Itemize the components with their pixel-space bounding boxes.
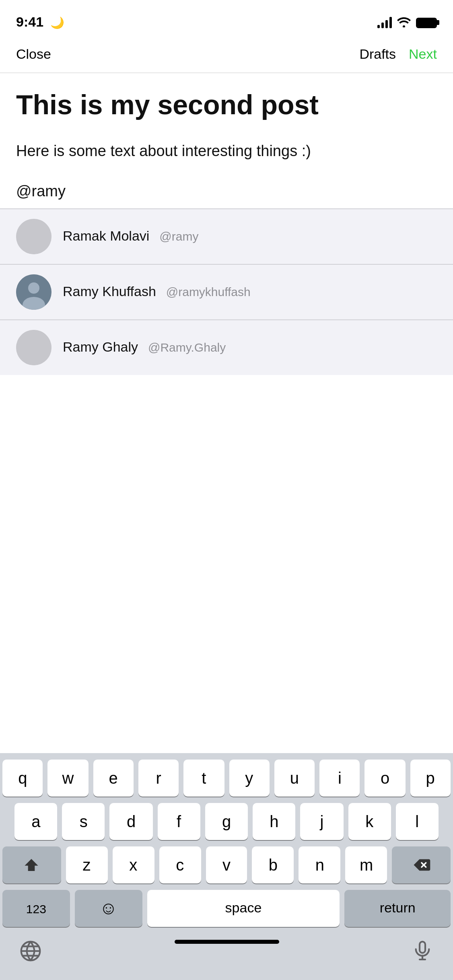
key-u[interactable]: u: [274, 760, 315, 797]
microphone-icon[interactable]: [411, 940, 434, 967]
key-l[interactable]: l: [396, 803, 439, 840]
avatar-photo: [16, 274, 51, 309]
suggestion-item[interactable]: Ramy Khuffash @ramykhuffash: [0, 264, 453, 320]
key-j[interactable]: j: [301, 803, 343, 840]
key-a[interactable]: a: [14, 803, 57, 840]
editor-area[interactable]: This is my second post Here is some text…: [0, 73, 453, 208]
suggestion-handle: @ramy: [159, 229, 198, 243]
keyboard-bottom: [0, 933, 453, 980]
nav-bar: Close Drafts Next: [0, 40, 453, 73]
key-r[interactable]: r: [138, 760, 179, 797]
delete-icon: [412, 859, 430, 871]
emoji-key[interactable]: ☺: [75, 890, 142, 927]
key-b[interactable]: b: [252, 846, 294, 883]
next-button[interactable]: Next: [409, 47, 437, 63]
suggestion-item[interactable]: Ramak Molavi @ramy: [0, 209, 453, 264]
keyboard-row-2: a s d f g h j k l: [0, 797, 453, 840]
key-v[interactable]: v: [206, 846, 247, 883]
key-m[interactable]: m: [346, 846, 387, 883]
status-icons: [377, 16, 437, 29]
keyboard: q w e r t y u i o p a s d f g h j k l z …: [0, 753, 453, 980]
suggestion-info: Ramak Molavi @ramy: [63, 228, 198, 244]
key-w[interactable]: w: [48, 760, 89, 797]
delete-key[interactable]: [392, 846, 451, 883]
shift-icon: [24, 857, 40, 873]
status-time-area: 9:41 🌙: [16, 14, 64, 31]
shift-key[interactable]: [2, 846, 61, 883]
return-key[interactable]: return: [345, 890, 451, 927]
key-k[interactable]: k: [348, 803, 391, 840]
mention-input[interactable]: @ramy: [16, 182, 437, 200]
post-body[interactable]: Here is some text about interesting thin…: [16, 140, 437, 163]
close-button[interactable]: Close: [16, 47, 51, 63]
suggestion-handle: @ramykhuffash: [166, 284, 251, 298]
key-z[interactable]: z: [66, 846, 107, 883]
home-indicator: [174, 940, 279, 944]
key-o[interactable]: o: [365, 760, 406, 797]
suggestion-info: Ramy Ghaly @Ramy.Ghaly: [63, 339, 226, 355]
avatar: [16, 274, 51, 309]
suggestion-handle: @Ramy.Ghaly: [148, 340, 226, 354]
key-s[interactable]: s: [62, 803, 105, 840]
key-h[interactable]: h: [253, 803, 295, 840]
suggestion-info: Ramy Khuffash @ramykhuffash: [63, 284, 251, 300]
status-bar: 9:41 🌙: [0, 0, 453, 40]
key-x[interactable]: x: [112, 846, 154, 883]
key-g[interactable]: g: [205, 803, 248, 840]
key-c[interactable]: c: [159, 846, 201, 883]
key-q[interactable]: q: [2, 760, 43, 797]
avatar: [16, 218, 51, 254]
signal-icon: [377, 17, 392, 28]
suggestion-item[interactable]: Ramy Ghaly @Ramy.Ghaly: [0, 320, 453, 375]
key-f[interactable]: f: [157, 803, 200, 840]
status-time: 9:41: [16, 14, 43, 30]
key-i[interactable]: i: [319, 760, 360, 797]
svg-point-1: [28, 282, 39, 293]
key-p[interactable]: p: [410, 760, 451, 797]
wifi-icon: [397, 16, 411, 29]
space-key[interactable]: space: [147, 890, 340, 927]
battery-icon: [416, 17, 437, 28]
globe-icon[interactable]: [19, 940, 42, 967]
keyboard-row-1: q w e r t y u i o p: [0, 753, 453, 797]
numbers-key[interactable]: 123: [2, 890, 70, 927]
suggestion-name: Ramy Khuffash: [63, 284, 156, 299]
avatar: [16, 329, 51, 365]
key-n[interactable]: n: [299, 846, 341, 883]
post-title[interactable]: This is my second post: [16, 89, 437, 121]
mention-suggestions: Ramak Molavi @ramy Ramy Khuffash @ramykh…: [0, 208, 453, 375]
suggestion-name: Ramak Molavi: [63, 228, 149, 243]
svg-rect-4: [420, 942, 425, 953]
key-e[interactable]: e: [93, 760, 134, 797]
key-y[interactable]: y: [229, 760, 270, 797]
key-d[interactable]: d: [110, 803, 152, 840]
drafts-button[interactable]: Drafts: [359, 47, 396, 63]
key-t[interactable]: t: [183, 760, 224, 797]
nav-right: Drafts Next: [359, 47, 437, 63]
keyboard-row-3: z x c v b n m: [0, 840, 453, 883]
suggestion-name: Ramy Ghaly: [63, 339, 138, 354]
moon-icon: 🌙: [50, 16, 64, 29]
keyboard-row-4: 123 ☺ space return: [0, 883, 453, 933]
